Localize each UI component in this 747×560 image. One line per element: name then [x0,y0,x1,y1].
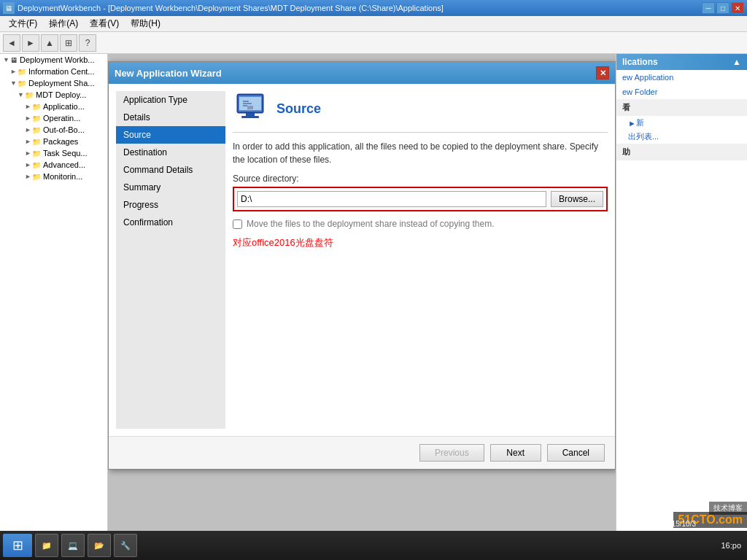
toolbar: ◄ ► ▲ ⊞ ? [0,32,747,54]
taskbar-tools[interactable]: 🔧 [114,534,137,557]
tree-label: Task Sequ... [43,149,88,158]
dialog-nav-confirmation[interactable]: Confirmation [116,214,225,231]
dialog-nav-details[interactable]: Details [116,109,225,126]
previous-button[interactable]: Previous [419,444,484,462]
tree-label: Deployment Workb... [20,55,95,64]
dialog-title-bar: New Application Wizard ✕ [109,62,615,84]
tree-folder-icon: 📁 [32,126,41,134]
menu-file[interactable]: 文件(F) [3,16,43,31]
tree-folder-icon: 🖥 [10,56,18,64]
dialog-nav-command-details[interactable]: Command Details [116,161,225,179]
expand-icon: ► [10,68,18,75]
tree-item-operating-systems[interactable]: ► 📁 Operatin... [0,112,107,124]
tree-folder-icon: 📁 [32,103,41,111]
expand-icon: ▼ [3,56,10,63]
taskbar-computer[interactable]: 💻 [61,534,85,557]
maximize-button[interactable]: □ [716,2,729,14]
tree-item-mdt-deploy[interactable]: ▼ 📁 MDT Deploy... [0,89,107,101]
expand-icon: ► [25,161,32,168]
dialog-nav-source[interactable]: Source [116,126,225,144]
window-controls: ─ □ ✕ [702,2,744,14]
left-tree-panel: ▼ 🖥 Deployment Workb... ► 📁 Information … [0,54,108,531]
expand-icon: ► [25,103,32,110]
tree-folder-icon: 📁 [32,138,41,146]
red-annotation-text: 对应office2016光盘盘符 [233,236,608,249]
menu-bar: 文件(F) 操作(A) 查看(V) 帮助(H) [0,16,747,32]
close-button[interactable]: ✕ [731,2,744,14]
taskbar-file-explorer[interactable]: 📁 [35,534,58,557]
tray-time: 16:po [721,541,741,550]
tree-item-monitoring[interactable]: ► 📁 Monitorin... [0,171,107,182]
taskbar-tray: 16:po [721,541,744,550]
center-content: New Application Wizard ✕ Application Typ… [108,54,616,531]
tree-item-info-center[interactable]: ► 📁 Information Cent... [0,66,107,77]
dialog-nav-progress[interactable]: Progress [116,196,225,214]
move-files-checkbox-row: Move the files to the deployment share i… [233,219,608,229]
right-panel-new-submenu[interactable]: ► 新 [616,116,747,130]
right-panel: lications ▲ ew Application ew Folder 看 ►… [616,54,747,531]
tree-item-packages[interactable]: ► 📁 Packages [0,136,107,147]
tree-folder-icon: 📁 [32,149,41,158]
help-button[interactable]: ? [79,34,96,52]
app-icon: 🖥 [3,2,15,14]
collapse-icon[interactable]: ▲ [732,57,741,67]
taskbar-cmd[interactable]: 📂 [88,534,111,557]
tree-folder-icon: 📁 [18,68,26,76]
right-panel-export-list[interactable]: 出列表... [616,130,747,144]
expand-icon: ► [25,126,32,133]
dialog-header: Source [233,91,608,133]
dialog-nav-application-type[interactable]: Application Type [116,91,225,109]
cancel-button[interactable]: Cancel [547,444,605,462]
next-button[interactable]: Next [490,444,541,462]
dialog-footer: Previous Next Cancel [109,436,615,469]
source-dir-row: Browse... [233,187,608,211]
tree-folder-icon: 📁 [32,161,41,169]
computer-icon [233,91,268,126]
dialog-description: In order to add this application, all th… [233,140,608,166]
date-text: 2015/10/3 [664,520,697,528]
right-panel-view-section: 看 [616,99,747,116]
dialog-nav-destination[interactable]: Destination [116,144,225,161]
show-hide-console-button[interactable]: ⊞ [60,34,77,52]
up-button[interactable]: ▲ [41,34,58,52]
start-button[interactable]: ⊞ [3,534,32,557]
tree-label: Information Cent... [28,67,95,76]
minimize-button[interactable]: ─ [702,2,715,14]
menu-help[interactable]: 帮助(H) [125,16,166,31]
menu-action[interactable]: 操作(A) [43,16,84,31]
right-panel-title: lications [622,57,658,67]
svg-rect-3 [241,116,259,118]
window-title: DeploymentWorkbench - [Deployment Workbe… [18,4,702,12]
new-application-label: ew Application [622,73,673,82]
source-dir-input[interactable] [237,191,546,207]
new-submenu-label: 新 [636,117,644,128]
tree-label: Advanced... [43,160,85,169]
dialog-close-button[interactable]: ✕ [596,66,609,79]
tree-item-task-sequences[interactable]: ► 📁 Task Sequ... [0,147,107,159]
tree-item-out-of-box[interactable]: ► 📁 Out-of-Bo... [0,124,107,136]
forward-button[interactable]: ► [22,34,39,52]
tree-item-advanced[interactable]: ► 📁 Advanced... [0,159,107,171]
tree-folder-icon: 📁 [25,91,34,99]
tree-item-applications[interactable]: ► 📁 Applicatio... [0,101,107,112]
browse-button[interactable]: Browse... [551,191,603,207]
expand-icon: ▼ [10,79,18,87]
tree-folder-icon: 📁 [18,79,26,88]
back-button[interactable]: ◄ [3,34,20,52]
right-panel-new-application[interactable]: ew Application [616,70,747,85]
main-layout: ▼ 🖥 Deployment Workb... ► 📁 Information … [0,54,747,531]
tree-item-deployment-workbench[interactable]: ▼ 🖥 Deployment Workb... [0,54,107,66]
menu-view[interactable]: 查看(V) [84,16,125,31]
dialog-nav: Application Type Details Source Destinat… [116,91,225,429]
help-section-label: 助 [622,147,630,156]
tree-item-deployment-share[interactable]: ▼ 📁 Deployment Sha... [0,77,107,89]
dialog-title: New Application Wizard [115,68,222,79]
tree-label: Applicatio... [43,102,85,111]
right-panel-new-folder[interactable]: ew Folder [616,85,747,99]
dialog-nav-summary[interactable]: Summary [116,179,225,196]
expand-icon: ► [25,114,32,122]
move-files-checkbox[interactable] [233,219,242,229]
tree-label: Operatin... [43,114,80,122]
new-folder-label: ew Folder [622,88,657,96]
tree-label: Out-of-Bo... [43,125,85,134]
